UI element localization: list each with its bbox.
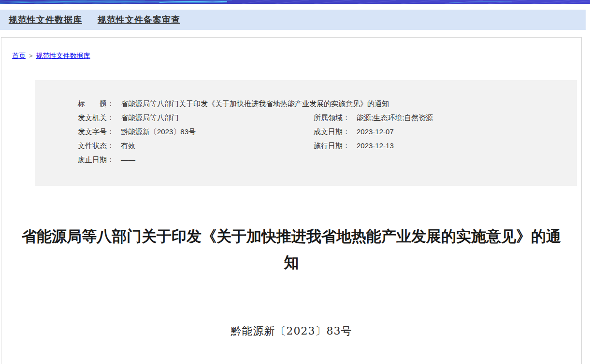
breadcrumb-home-link[interactable]: 首页 [12,52,26,59]
meta-label-document-number: 发文字号： [78,125,114,139]
breadcrumb-current-link[interactable]: 规范性文件数据库 [36,52,90,59]
meta-value-repeal-date: —— [121,153,135,167]
meta-label-issuing-agency: 发文机关： [78,111,114,125]
content-container: 首页>规范性文件数据库 标 题： 省能源局等八部门关于印发《关于加快推进我省地热… [1,37,582,364]
breadcrumb: 首页>规范性文件数据库 [1,38,581,60]
decorative-banner [0,0,590,4]
meta-label-repeal-date: 废止日期： [78,153,114,167]
meta-value-field: 能源;生态环境;自然资源 [357,111,433,125]
meta-value-title: 省能源局等八部门关于印发《关于加快推进我省地热能产业发展的实施意见》的通知 [121,97,389,111]
meta-row-issuing-agency: 发文机关： 省能源局等八部门 所属领域： 能源;生态环境;自然资源 [78,111,567,125]
document-title: 省能源局等八部门关于印发《关于加快推进我省地热能产业发展的实施意见》的通知 [18,224,564,276]
meta-value-issue-date: 2023-12-07 [357,125,394,139]
meta-value-document-status: 有效 [121,139,135,153]
meta-label-effective-date: 施行日期： [314,139,350,153]
meta-row-document-number: 发文字号： 黔能源新〔2023〕83号 成文日期： 2023-12-07 [78,125,567,139]
meta-label-title: 标 题： [78,97,114,111]
meta-value-document-number: 黔能源新〔2023〕83号 [121,125,196,139]
banner-mesh-graphic [0,0,590,4]
document-metadata-panel: 标 题： 省能源局等八部门关于印发《关于加快推进我省地热能产业发展的实施意见》的… [35,80,577,186]
tab-regulatory-documents-database[interactable]: 规范性文件数据库 [9,14,82,26]
breadcrumb-separator: > [29,52,33,59]
meta-label-issue-date: 成文日期： [314,125,350,139]
meta-value-effective-date: 2023-12-13 [357,139,394,153]
meta-label-field: 所属领域： [314,111,350,125]
meta-row-document-status: 文件状态： 有效 施行日期： 2023-12-13 [78,139,567,153]
document-number: 黔能源新〔2023〕83号 [1,324,581,338]
meta-value-issuing-agency: 省能源局等八部门 [121,111,179,125]
meta-label-document-status: 文件状态： [78,139,114,153]
tab-regulatory-documents-filing-review[interactable]: 规范性文件备案审查 [98,14,180,26]
meta-row-repeal-date: 废止日期： —— [78,153,567,167]
nav-tab-bar: 规范性文件数据库 规范性文件备案审查 [0,10,586,30]
meta-row-title: 标 题： 省能源局等八部门关于印发《关于加快推进我省地热能产业发展的实施意见》的… [78,97,567,111]
